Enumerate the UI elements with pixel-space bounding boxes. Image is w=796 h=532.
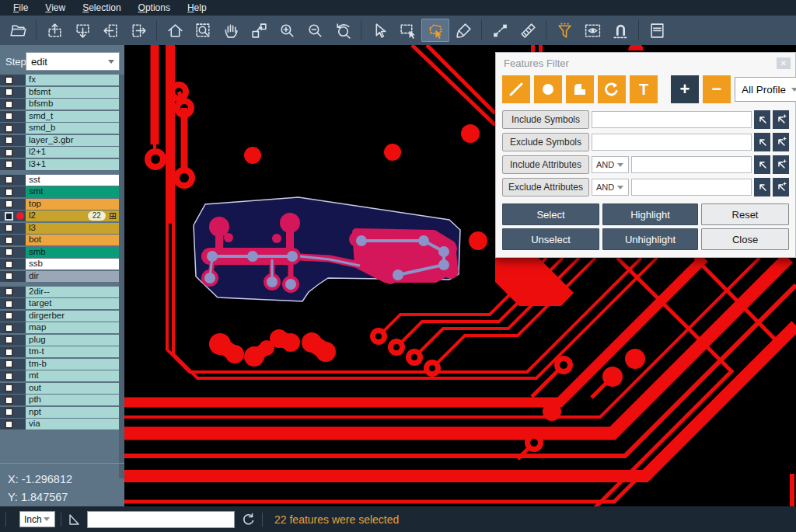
layer-name[interactable]: l2+1 xyxy=(26,147,119,158)
include-attributes-pick-add-button[interactable] xyxy=(773,155,789,174)
layer-row-plug[interactable]: plug xyxy=(0,335,124,346)
layer-checkbox[interactable] xyxy=(5,336,13,344)
add-filter-button[interactable]: + xyxy=(671,75,699,103)
layer-name[interactable]: dir xyxy=(26,271,119,282)
view-options-button[interactable] xyxy=(578,19,606,42)
refresh-icon[interactable] xyxy=(241,512,257,527)
layer-checkbox[interactable] xyxy=(5,372,13,381)
layer-name[interactable]: fx xyxy=(26,75,119,85)
layer-checkbox[interactable] xyxy=(5,396,13,405)
layer-row-mt[interactable]: mt xyxy=(0,370,124,381)
layer-row-l3[interactable]: l3 xyxy=(0,223,124,234)
layer-row-npt[interactable]: npt xyxy=(0,407,124,418)
zoom-out-button[interactable] xyxy=(301,19,329,42)
exclude-attributes-field[interactable] xyxy=(631,179,752,196)
layer-row-dirgerber[interactable]: dirgerber xyxy=(0,311,124,322)
layer-name[interactable]: bfsmb xyxy=(26,99,119,110)
include-attributes-operator-select[interactable]: AND xyxy=(592,156,629,173)
layer-name[interactable]: l222⊞ xyxy=(26,210,119,221)
layer-row-sst[interactable]: sst xyxy=(0,175,124,186)
layer-row-bfsmb[interactable]: bfsmb xyxy=(0,99,124,110)
select-polygon-button[interactable] xyxy=(421,19,449,42)
layer-checkbox[interactable] xyxy=(5,188,13,196)
highlight-button[interactable]: Highlight xyxy=(602,203,698,225)
zoom-window-button[interactable] xyxy=(189,19,217,42)
layer-row-pth[interactable]: pth xyxy=(0,395,124,405)
pad-feature-button[interactable] xyxy=(534,75,562,103)
zoom-previous-button[interactable] xyxy=(329,19,357,42)
include-attributes-field[interactable] xyxy=(631,156,752,173)
layer-checkbox[interactable] xyxy=(5,100,13,109)
exclude-symbols-pick-button[interactable] xyxy=(754,133,770,151)
step-select[interactable]: edit xyxy=(26,52,120,71)
close-button[interactable]: Close xyxy=(701,228,789,250)
exclude-symbols-pick-add-button[interactable] xyxy=(773,133,789,151)
menu-file[interactable]: File xyxy=(5,2,37,13)
layer-row-smb[interactable]: smb xyxy=(0,247,124,258)
layer-name[interactable]: sst xyxy=(26,175,119,186)
layer-row-map[interactable]: map xyxy=(0,322,124,333)
layer-name[interactable]: bot xyxy=(26,235,119,245)
features-filter-button[interactable] xyxy=(550,19,578,42)
open-button[interactable] xyxy=(4,19,32,42)
layer-row-dir[interactable]: dir xyxy=(0,271,124,282)
layer-checkbox[interactable] xyxy=(5,324,13,332)
layer-name[interactable]: smt xyxy=(26,186,119,197)
layer-row-smd_t[interactable]: smd_t xyxy=(0,111,124,122)
exclude-attributes-operator-select[interactable]: AND xyxy=(592,179,629,196)
select-rectangle-button[interactable] xyxy=(393,19,421,42)
measure-line-button[interactable] xyxy=(486,19,514,42)
layer-row-2dir--[interactable]: 2dir-- xyxy=(0,287,124,297)
layer-name[interactable]: npt xyxy=(26,407,119,418)
exclude-symbols-field[interactable] xyxy=(592,134,752,151)
layer-checkbox[interactable] xyxy=(5,76,13,85)
layer-row-l2+1[interactable]: l2+1 xyxy=(0,147,124,158)
layer-checkbox[interactable] xyxy=(5,236,13,245)
layer-checkbox[interactable] xyxy=(5,136,13,144)
layer-row-ssb[interactable]: ssb xyxy=(0,259,124,269)
layer-row-out[interactable]: out xyxy=(0,383,124,394)
layer-checkbox[interactable] xyxy=(5,272,13,280)
layer-name[interactable]: bfsmt xyxy=(26,87,119,98)
zoom-object-button[interactable] xyxy=(245,19,273,42)
layer-row-target[interactable]: target xyxy=(0,298,124,309)
menu-view[interactable]: View xyxy=(37,2,74,13)
profile-select[interactable]: All Profile xyxy=(735,77,796,102)
layer-row-l3+1[interactable]: l3+1 xyxy=(0,159,124,170)
layer-checkbox[interactable] xyxy=(5,224,13,232)
layer-row-tm-t[interactable]: tm-t xyxy=(0,346,124,357)
pan-up-button[interactable] xyxy=(40,19,68,42)
select-cursor-button[interactable] xyxy=(365,19,393,42)
sidebar-scrollbar[interactable] xyxy=(119,75,124,478)
layer-row-fx[interactable]: fx xyxy=(0,75,124,85)
layer-name[interactable]: 2dir-- xyxy=(26,287,119,297)
ruler-button[interactable] xyxy=(514,19,542,42)
menu-selection[interactable]: Selection xyxy=(74,2,129,13)
layer-checkbox[interactable] xyxy=(5,160,13,169)
remove-filter-button[interactable]: − xyxy=(703,75,731,103)
layer-name[interactable]: smd_b xyxy=(26,123,119,134)
layer-name[interactable]: mt xyxy=(26,370,119,381)
line-feature-button[interactable] xyxy=(502,75,530,103)
layer-name[interactable]: smb xyxy=(26,247,119,258)
layer-row-smt[interactable]: smt xyxy=(0,186,124,197)
layer-name[interactable]: l3+1 xyxy=(26,159,119,170)
menu-options[interactable]: Options xyxy=(130,2,179,13)
layer-name[interactable]: map xyxy=(26,322,119,333)
layer-checkbox[interactable] xyxy=(5,248,13,256)
layer-name[interactable]: dirgerber xyxy=(26,311,119,322)
arc-feature-button[interactable] xyxy=(598,75,626,103)
exclude-symbols-button[interactable]: Exclude Symbols xyxy=(502,133,589,151)
pan-left-button[interactable] xyxy=(96,19,124,42)
layer-row-l2[interactable]: l222⊞ xyxy=(0,210,124,221)
layer-row-smd_b[interactable]: smd_b xyxy=(0,123,124,134)
unselect-button[interactable]: Unselect xyxy=(502,228,599,250)
layer-checkbox[interactable] xyxy=(5,300,13,308)
layer-name[interactable]: top xyxy=(26,199,119,210)
layer-checkbox[interactable] xyxy=(5,124,13,133)
layer-name[interactable]: pth xyxy=(26,395,119,405)
zoom-in-button[interactable] xyxy=(273,19,301,42)
include-symbols-button[interactable]: Include Symbols xyxy=(502,110,589,129)
layer-row-top[interactable]: top xyxy=(0,199,124,210)
report-button[interactable] xyxy=(643,19,671,42)
